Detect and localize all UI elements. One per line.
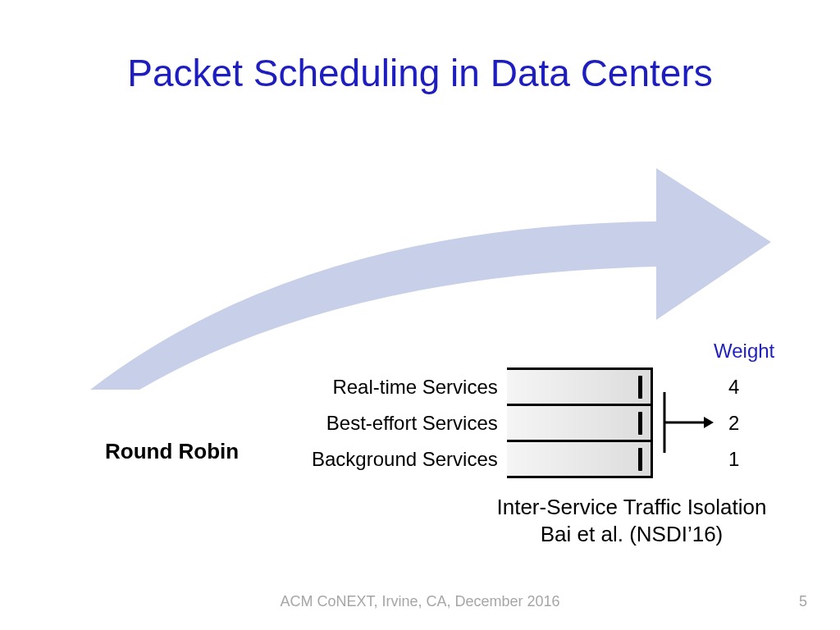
output-arrow-icon [656,392,714,453]
queue-row [507,406,653,442]
caption-line: Inter-Service Traffic Isolation [459,494,804,521]
service-label: Real-time Services [312,369,498,405]
weight-header: Weight [714,340,774,363]
packet-icon [638,376,642,399]
queue-row [507,442,653,478]
packet-icon [638,412,642,435]
weight-values: 4 2 1 [728,369,739,477]
slide-title: Packet Scheduling in Data Centers [0,51,840,95]
caption: Inter-Service Traffic Isolation Bai et a… [459,494,804,547]
service-label: Background Services [312,441,498,477]
service-labels: Real-time Services Best-effort Services … [312,369,498,477]
page-number: 5 [799,593,807,610]
svg-marker-2 [704,417,714,428]
service-label: Best-effort Services [312,405,498,441]
packet-icon [638,448,642,471]
footer-venue: ACM CoNEXT, Irvine, CA, December 2016 [0,593,840,610]
curved-arrow-icon [90,144,771,390]
weight-value: 4 [728,369,739,405]
slide: Packet Scheduling in Data Centers Round … [0,0,840,630]
weight-value: 1 [728,441,739,477]
queue-row [507,370,653,406]
round-robin-label: Round Robin [105,439,239,464]
caption-line: Bai et al. (NSDI’16) [459,521,804,548]
queue-stack [507,368,653,477]
weight-value: 2 [728,405,739,441]
